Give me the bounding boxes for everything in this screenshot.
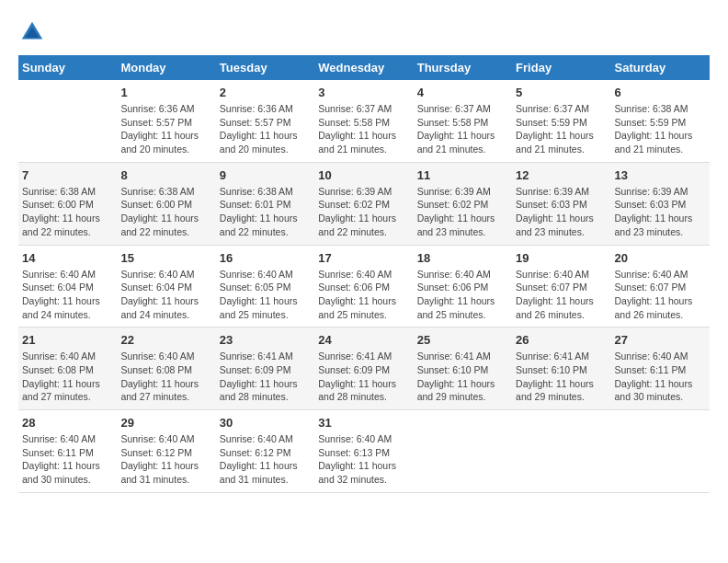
week-row-2: 7Sunrise: 6:38 AMSunset: 6:00 PMDaylight… (18, 162, 710, 245)
col-header-saturday: Saturday (611, 55, 710, 80)
col-header-wednesday: Wednesday (314, 55, 413, 80)
calendar-cell: 4Sunrise: 6:37 AMSunset: 5:58 PMDaylight… (414, 80, 512, 162)
day-number: 5 (516, 86, 607, 99)
day-detail: Sunrise: 6:37 AMSunset: 5:58 PMDaylight:… (417, 102, 508, 156)
day-number: 29 (120, 416, 211, 430)
day-detail: Sunrise: 6:39 AMSunset: 6:03 PMDaylight:… (615, 185, 706, 239)
day-number: 20 (615, 251, 706, 265)
calendar-cell: 31Sunrise: 6:40 AMSunset: 6:13 PMDayligh… (314, 410, 413, 493)
col-header-thursday: Thursday (414, 55, 512, 80)
calendar-cell: 3Sunrise: 6:37 AMSunset: 5:58 PMDaylight… (314, 80, 413, 162)
calendar-cell: 20Sunrise: 6:40 AMSunset: 6:07 PMDayligh… (611, 245, 710, 327)
day-detail: Sunrise: 6:40 AMSunset: 6:08 PMDaylight:… (120, 350, 211, 404)
day-number: 16 (220, 251, 311, 265)
day-number: 22 (120, 333, 211, 347)
calendar-cell: 27Sunrise: 6:40 AMSunset: 6:11 PMDayligh… (611, 327, 710, 410)
calendar-cell: 14Sunrise: 6:40 AMSunset: 6:04 PMDayligh… (18, 245, 117, 327)
calendar-cell: 6Sunrise: 6:38 AMSunset: 5:59 PMDaylight… (611, 80, 710, 162)
day-detail: Sunrise: 6:40 AMSunset: 6:08 PMDaylight:… (22, 350, 113, 404)
calendar-cell: 13Sunrise: 6:39 AMSunset: 6:03 PMDayligh… (611, 162, 710, 245)
week-row-5: 28Sunrise: 6:40 AMSunset: 6:11 PMDayligh… (18, 410, 710, 493)
day-detail: Sunrise: 6:40 AMSunset: 6:12 PMDaylight:… (120, 432, 211, 487)
day-number: 25 (417, 333, 508, 347)
calendar-cell: 10Sunrise: 6:39 AMSunset: 6:02 PMDayligh… (314, 162, 413, 245)
calendar-cell: 17Sunrise: 6:40 AMSunset: 6:06 PMDayligh… (314, 245, 413, 327)
calendar-cell: 1Sunrise: 6:36 AMSunset: 5:57 PMDaylight… (117, 80, 215, 162)
calendar-cell (18, 80, 117, 162)
col-header-tuesday: Tuesday (216, 55, 314, 80)
day-detail: Sunrise: 6:40 AMSunset: 6:06 PMDaylight:… (417, 268, 508, 322)
day-number: 12 (516, 168, 607, 182)
logo-icon (18, 18, 46, 46)
day-detail: Sunrise: 6:37 AMSunset: 5:59 PMDaylight:… (516, 102, 607, 156)
calendar-cell: 5Sunrise: 6:37 AMSunset: 5:59 PMDaylight… (512, 80, 610, 162)
day-number: 19 (516, 251, 607, 265)
calendar-cell: 7Sunrise: 6:38 AMSunset: 6:00 PMDaylight… (18, 162, 117, 245)
calendar-cell: 21Sunrise: 6:40 AMSunset: 6:08 PMDayligh… (18, 327, 117, 410)
day-number: 28 (22, 416, 113, 430)
day-number: 1 (120, 86, 211, 99)
calendar-cell (512, 410, 610, 493)
day-detail: Sunrise: 6:41 AMSunset: 6:10 PMDaylight:… (417, 350, 508, 404)
col-header-friday: Friday (512, 55, 610, 80)
col-header-monday: Monday (117, 55, 215, 80)
calendar-cell: 2Sunrise: 6:36 AMSunset: 5:57 PMDaylight… (216, 80, 314, 162)
calendar-cell: 25Sunrise: 6:41 AMSunset: 6:10 PMDayligh… (414, 327, 512, 410)
day-number: 10 (318, 168, 409, 182)
day-detail: Sunrise: 6:36 AMSunset: 5:57 PMDaylight:… (220, 102, 311, 156)
calendar-cell: 8Sunrise: 6:38 AMSunset: 6:00 PMDaylight… (117, 162, 215, 245)
day-number: 2 (220, 86, 311, 99)
day-number: 23 (220, 333, 311, 347)
col-header-sunday: Sunday (18, 55, 117, 80)
day-detail: Sunrise: 6:37 AMSunset: 5:58 PMDaylight:… (318, 102, 409, 156)
day-number: 11 (417, 168, 508, 182)
day-number: 26 (516, 333, 607, 347)
calendar-cell: 16Sunrise: 6:40 AMSunset: 6:05 PMDayligh… (216, 245, 314, 327)
calendar-cell: 28Sunrise: 6:40 AMSunset: 6:11 PMDayligh… (18, 410, 117, 493)
day-detail: Sunrise: 6:40 AMSunset: 6:04 PMDaylight:… (22, 268, 113, 322)
week-row-4: 21Sunrise: 6:40 AMSunset: 6:08 PMDayligh… (18, 327, 710, 410)
page-header (18, 18, 710, 46)
calendar-cell: 30Sunrise: 6:40 AMSunset: 6:12 PMDayligh… (216, 410, 314, 493)
day-detail: Sunrise: 6:39 AMSunset: 6:02 PMDaylight:… (318, 185, 409, 239)
day-number: 8 (120, 168, 211, 182)
day-number: 31 (318, 416, 409, 430)
day-detail: Sunrise: 6:40 AMSunset: 6:13 PMDaylight:… (318, 432, 409, 487)
day-detail: Sunrise: 6:39 AMSunset: 6:02 PMDaylight:… (417, 185, 508, 239)
day-number: 27 (615, 333, 706, 347)
calendar-cell: 18Sunrise: 6:40 AMSunset: 6:06 PMDayligh… (414, 245, 512, 327)
day-number: 21 (22, 333, 113, 347)
calendar-cell: 19Sunrise: 6:40 AMSunset: 6:07 PMDayligh… (512, 245, 610, 327)
logo (18, 18, 50, 46)
day-detail: Sunrise: 6:40 AMSunset: 6:04 PMDaylight:… (120, 268, 211, 322)
day-detail: Sunrise: 6:40 AMSunset: 6:05 PMDaylight:… (220, 268, 311, 322)
calendar-cell (414, 410, 512, 493)
day-detail: Sunrise: 6:36 AMSunset: 5:57 PMDaylight:… (120, 102, 211, 156)
calendar-table: SundayMondayTuesdayWednesdayThursdayFrid… (18, 55, 710, 493)
day-detail: Sunrise: 6:40 AMSunset: 6:12 PMDaylight:… (220, 432, 311, 487)
calendar-body: 1Sunrise: 6:36 AMSunset: 5:57 PMDaylight… (18, 80, 710, 492)
day-number: 6 (615, 86, 706, 99)
calendar-cell: 23Sunrise: 6:41 AMSunset: 6:09 PMDayligh… (216, 327, 314, 410)
calendar-cell: 29Sunrise: 6:40 AMSunset: 6:12 PMDayligh… (117, 410, 215, 493)
day-detail: Sunrise: 6:39 AMSunset: 6:03 PMDaylight:… (516, 185, 607, 239)
day-detail: Sunrise: 6:38 AMSunset: 6:00 PMDaylight:… (22, 185, 113, 239)
calendar-cell (611, 410, 710, 493)
week-row-3: 14Sunrise: 6:40 AMSunset: 6:04 PMDayligh… (18, 245, 710, 327)
calendar-cell: 9Sunrise: 6:38 AMSunset: 6:01 PMDaylight… (216, 162, 314, 245)
day-number: 18 (417, 251, 508, 265)
day-detail: Sunrise: 6:40 AMSunset: 6:07 PMDaylight:… (615, 268, 706, 322)
day-number: 3 (318, 86, 409, 99)
header-row: SundayMondayTuesdayWednesdayThursdayFrid… (18, 55, 710, 80)
day-detail: Sunrise: 6:40 AMSunset: 6:11 PMDaylight:… (22, 432, 113, 487)
day-detail: Sunrise: 6:40 AMSunset: 6:07 PMDaylight:… (516, 268, 607, 322)
calendar-header: SundayMondayTuesdayWednesdayThursdayFrid… (18, 55, 710, 80)
day-detail: Sunrise: 6:41 AMSunset: 6:09 PMDaylight:… (220, 350, 311, 404)
day-number: 24 (318, 333, 409, 347)
calendar-cell: 12Sunrise: 6:39 AMSunset: 6:03 PMDayligh… (512, 162, 610, 245)
day-number: 7 (22, 168, 113, 182)
calendar-cell: 15Sunrise: 6:40 AMSunset: 6:04 PMDayligh… (117, 245, 215, 327)
day-number: 9 (220, 168, 311, 182)
day-number: 17 (318, 251, 409, 265)
calendar-cell: 22Sunrise: 6:40 AMSunset: 6:08 PMDayligh… (117, 327, 215, 410)
